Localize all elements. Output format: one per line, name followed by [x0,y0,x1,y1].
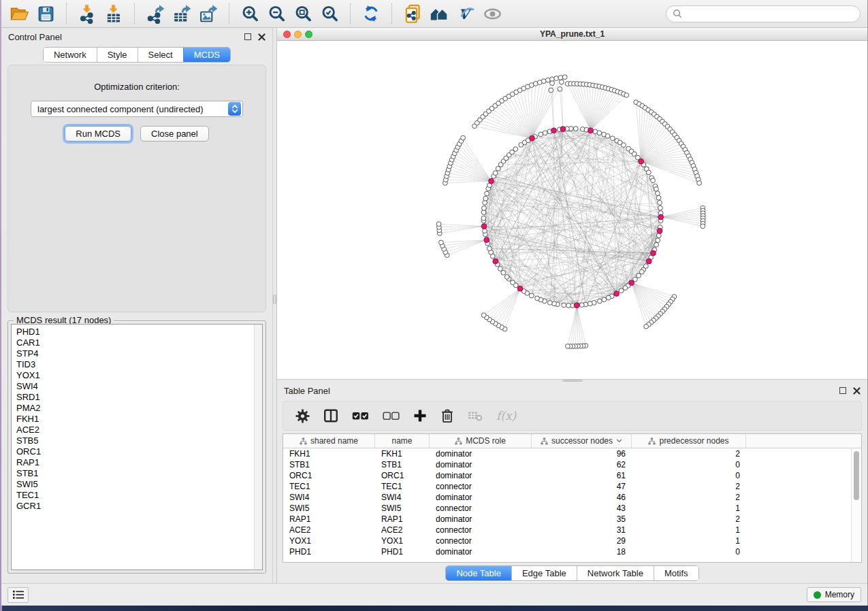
mcds-result-item[interactable]: TEC1 [16,490,262,501]
show-hide-panels-button[interactable] [481,3,503,24]
mcds-result-list[interactable]: PHD1CAR1STP4TID3YOX1SWI4SRD1PMA2FKH1ACE2… [11,324,263,570]
zoom-in-button[interactable] [239,3,261,24]
memory-button[interactable]: Memory [807,587,861,602]
mcds-result-item[interactable]: ACE2 [16,425,262,435]
graph-node[interactable] [656,238,660,243]
graph-node[interactable] [658,201,662,205]
export-image-button[interactable] [197,3,219,24]
table-row[interactable]: ORC1ORC1dominator610 [283,470,861,481]
graph-node[interactable] [543,131,547,135]
column-header-predecessor-nodes[interactable]: predecessor nodes [632,434,746,448]
graph-node[interactable] [535,296,540,301]
network-svg[interactable] [277,41,867,379]
network-canvas[interactable] [277,41,867,379]
zoom-fit-button[interactable] [292,3,314,24]
graph-node[interactable] [504,275,509,280]
add-row-icon[interactable] [413,409,427,423]
table-row[interactable]: SWI4SWI4dominator462 [283,492,861,503]
graph-node[interactable] [610,136,615,141]
graph-node[interactable] [438,240,443,245]
column-header-successor-nodes[interactable]: successor nodes [532,434,632,448]
graph-node[interactable] [552,301,557,306]
graph-hub-node[interactable] [639,159,644,164]
graph-node[interactable] [597,131,602,135]
column-header-mcds-role[interactable]: MCDS role [430,434,532,448]
graph-node[interactable] [554,76,559,81]
graph-node[interactable] [565,344,570,349]
graph-hub-node[interactable] [484,237,489,243]
column-header-shared-name[interactable]: shared name [283,434,375,448]
graph-node[interactable] [656,195,661,200]
float-panel-icon[interactable] [244,33,251,40]
vizmapper-button[interactable]: V [455,3,477,24]
mcds-result-item[interactable]: SWI4 [16,381,262,392]
graph-node[interactable] [597,299,602,303]
graph-hub-node[interactable] [489,178,494,184]
horizontal-splitter[interactable] [277,379,867,382]
graph-node[interactable] [562,75,567,80]
splitter-grip[interactable] [562,380,583,382]
graph-node[interactable] [485,191,489,196]
mcds-result-item[interactable]: ORC1 [16,446,262,457]
graph-hub-node[interactable] [551,128,557,133]
graph-hub-node[interactable] [588,128,594,133]
graph-node[interactable] [493,171,498,176]
import-table-button[interactable] [103,3,125,24]
graph-node[interactable] [461,135,466,140]
graph-node[interactable] [487,246,492,251]
graph-node[interactable] [654,186,659,191]
table-scrollbar[interactable] [851,448,861,562]
graph-node[interactable] [550,81,555,86]
table-row[interactable]: FKH1FKH1dominator962 [283,448,861,459]
graph-node[interactable] [559,80,564,84]
task-history-button[interactable] [7,587,29,603]
graph-node[interactable] [496,166,500,171]
graph-hub-node[interactable] [651,250,656,256]
mcds-result-item[interactable]: FKH1 [16,414,262,425]
mcds-result-item[interactable]: PMA2 [16,403,262,414]
mcds-result-item[interactable]: SRD1 [16,392,262,403]
graph-node[interactable] [658,205,663,210]
graph-node[interactable] [573,127,578,131]
tab-network[interactable]: Network [44,48,97,62]
mcds-result-item[interactable]: TID3 [16,359,262,370]
graph-hub-node[interactable] [530,135,535,141]
zoom-selected-button[interactable] [319,3,340,24]
zoom-out-button[interactable] [266,3,287,24]
graph-node[interactable] [644,324,649,329]
graph-node[interactable] [483,201,487,205]
graph-hub-node[interactable] [629,280,634,286]
table-row[interactable]: TEC1TEC1connector472 [283,481,861,492]
export-table-button[interactable] [171,3,193,24]
tab-mcds[interactable]: MCDS [183,48,230,62]
graph-node[interactable] [501,270,506,275]
graph-node[interactable] [483,196,488,201]
graph-node[interactable] [654,242,659,247]
graph-node[interactable] [656,233,661,238]
export-network-button[interactable] [144,3,166,24]
table-row[interactable]: PHD1PHD1dominator180 [283,546,861,557]
graph-hub-node[interactable] [658,214,664,220]
save-button[interactable] [35,3,57,24]
graph-node[interactable] [529,293,534,298]
tab-edge-table[interactable]: Edge Table [511,566,577,580]
deselect-all-icon[interactable] [383,410,400,421]
graph-node[interactable] [606,295,611,300]
refresh-view-button[interactable] [360,3,382,24]
graph-node[interactable] [549,88,553,93]
clone-network-button[interactable] [402,3,423,24]
table-row[interactable]: RAP1RAP1dominator352 [283,514,861,525]
graph-node[interactable] [622,143,626,148]
search-input[interactable] [686,9,854,19]
table-row[interactable]: SWI5SWI5connector431 [283,503,861,514]
graph-hub-node[interactable] [493,259,498,264]
mcds-result-item[interactable]: STB5 [16,435,262,446]
graph-node[interactable] [436,222,441,227]
graph-node[interactable] [701,224,705,229]
tab-select[interactable]: Select [138,48,183,62]
splitter-grip[interactable] [273,295,276,304]
table-row[interactable]: YOX1YOX1connector291 [283,535,861,546]
tab-motifs[interactable]: Motifs [654,566,698,580]
graph-node[interactable] [566,303,571,308]
graph-node[interactable] [481,216,486,220]
